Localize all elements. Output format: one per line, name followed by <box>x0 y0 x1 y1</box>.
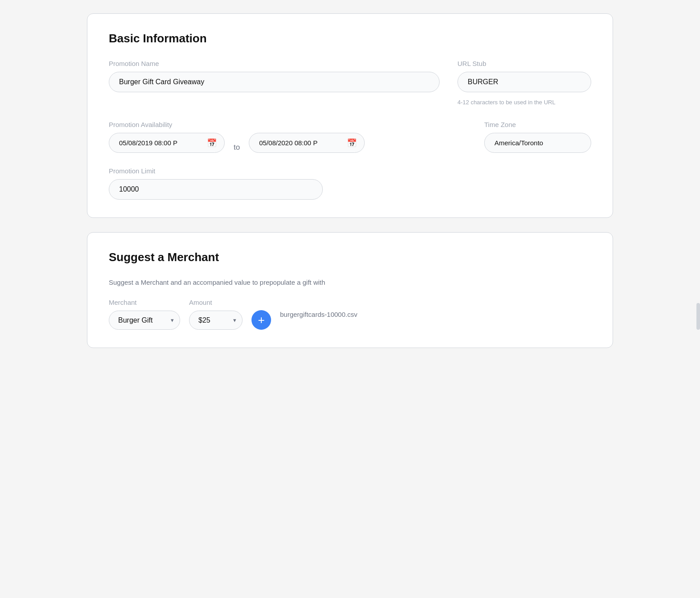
url-stub-label: URL Stub <box>457 60 591 67</box>
timezone-label: Time Zone <box>484 121 591 128</box>
start-date-input[interactable] <box>109 133 225 153</box>
basic-info-card: Basic Information Promotion Name URL Stu… <box>87 13 613 218</box>
availability-timezone-row: Promotion Availability 📅 to 📅 Time Zone <box>109 121 591 153</box>
start-date-wrapper: 📅 <box>109 133 225 153</box>
add-icon: + <box>258 314 264 326</box>
merchant-group: Merchant Burger Gift ▾ <box>109 299 180 330</box>
availability-group: Promotion Availability 📅 to 📅 <box>109 121 466 153</box>
merchant-select-wrapper: Burger Gift ▾ <box>109 311 180 330</box>
scrollbar[interactable] <box>696 303 700 330</box>
merchant-label: Merchant <box>109 299 180 306</box>
end-date-wrapper: 📅 <box>249 133 365 153</box>
suggest-merchant-subtitle: Suggest a Merchant and an accompanied va… <box>109 279 591 286</box>
add-merchant-button[interactable]: + <box>251 310 271 330</box>
limit-group: Promotion Limit <box>109 167 591 200</box>
url-stub-group: URL Stub 4-12 characters to be used in t… <box>457 60 591 106</box>
limit-label: Promotion Limit <box>109 167 591 175</box>
availability-label: Promotion Availability <box>109 121 466 128</box>
page-container: Basic Information Promotion Name URL Stu… <box>87 13 613 348</box>
timezone-input[interactable] <box>484 133 591 153</box>
merchant-controls-row: Merchant Burger Gift ▾ Amount $25 $50 $1… <box>109 299 591 330</box>
name-url-row: Promotion Name URL Stub 4-12 characters … <box>109 60 591 106</box>
merchant-select[interactable]: Burger Gift <box>109 311 180 330</box>
limit-input[interactable] <box>109 179 323 200</box>
csv-filename: burgergiftcards-10000.csv <box>280 311 357 318</box>
date-range-row: 📅 to 📅 <box>109 133 466 153</box>
amount-select-wrapper: $25 $50 $100 ▾ <box>189 311 243 330</box>
amount-label: Amount <box>189 299 243 306</box>
amount-select[interactable]: $25 $50 $100 <box>189 311 243 330</box>
promotion-name-input[interactable] <box>109 72 440 92</box>
suggest-merchant-title: Suggest a Merchant <box>109 250 591 264</box>
url-stub-input[interactable] <box>457 72 591 92</box>
end-date-input[interactable] <box>249 133 365 153</box>
timezone-group: Time Zone <box>484 121 591 153</box>
suggest-merchant-card: Suggest a Merchant Suggest a Merchant an… <box>87 232 613 348</box>
promotion-name-group: Promotion Name <box>109 60 440 92</box>
amount-group: Amount $25 $50 $100 ▾ <box>189 299 243 330</box>
to-separator: to <box>234 143 240 152</box>
basic-info-title: Basic Information <box>109 32 591 45</box>
promotion-name-label: Promotion Name <box>109 60 440 67</box>
url-stub-hint: 4-12 characters to be used in the URL <box>457 98 573 106</box>
